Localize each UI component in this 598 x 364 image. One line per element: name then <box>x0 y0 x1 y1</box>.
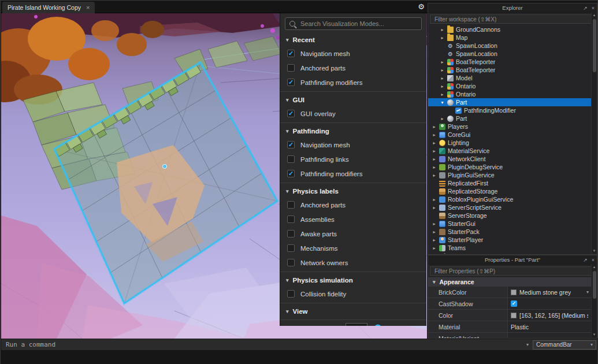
scroll-thumb[interactable] <box>593 19 596 72</box>
appearance-section-header[interactable]: ▾ Appearance <box>428 277 597 287</box>
settings-gear-icon[interactable]: ⚙ <box>416 2 426 12</box>
scroll-up-icon[interactable]: ▲ <box>593 12 596 18</box>
chevron-right-icon[interactable]: ▸ <box>432 157 437 162</box>
tree-item-lighting[interactable]: ▸Lighting <box>428 139 591 147</box>
slider-knob[interactable] <box>374 325 382 326</box>
chevron-down-icon[interactable]: ▾ <box>522 342 533 347</box>
tree-item-networkclient[interactable]: ▸NetworkClient <box>428 155 591 163</box>
checkbox[interactable] <box>287 201 295 209</box>
explorer-filter-box[interactable] <box>430 14 595 24</box>
checkbox[interactable] <box>287 290 295 298</box>
tree-item-plugindebugservice[interactable]: ▸PluginDebugService <box>428 163 591 171</box>
scroll-down-icon[interactable]: ▼ <box>593 332 596 337</box>
tree-item-spawnlocation[interactable]: ⚙SpawnLocation <box>428 42 591 50</box>
scroll-thumb[interactable] <box>593 271 596 299</box>
scroll-down-icon[interactable]: ▼ <box>593 248 596 254</box>
tree-item-startergui[interactable]: ▸StarterGui <box>428 220 591 228</box>
tree-item-robloxpluginguiservice[interactable]: ▸RobloxPluginGuiService <box>428 195 591 203</box>
checkbox[interactable]: ✓ <box>287 141 295 148</box>
section-header-view[interactable]: ▾View <box>280 305 426 318</box>
viz-item-network-owners[interactable]: Network owners <box>280 255 426 270</box>
tree-item-part[interactable]: ▸Part <box>428 114 591 122</box>
checkbox[interactable] <box>287 244 295 252</box>
checkbox[interactable]: ✓ <box>287 50 295 57</box>
chevron-down-icon[interactable]: ▾ <box>586 289 589 295</box>
property-value[interactable]: ✓ <box>508 298 591 309</box>
viz-item-pathfinding-links[interactable]: Pathfinding links <box>280 152 426 166</box>
tree-item-groundcannons[interactable]: ▸GroundCannons <box>428 25 591 34</box>
viz-item-collision-fidelity[interactable]: Collision fidelity <box>280 287 426 301</box>
property-value[interactable]: Medium stone grey▾ <box>508 287 591 298</box>
tree-item-ontario[interactable]: ▸Ontario <box>428 90 591 98</box>
section-header-physics-simulation[interactable]: ▾Physics simulation <box>280 274 426 287</box>
chevron-right-icon[interactable]: ▸ <box>440 84 445 89</box>
command-input[interactable] <box>1 341 522 348</box>
tab-close-icon[interactable]: × <box>86 5 90 11</box>
tree-item-materialservice[interactable]: ▸MaterialService <box>428 147 591 155</box>
chevron-right-icon[interactable]: ▸ <box>440 68 445 73</box>
tree-item-starterpack[interactable]: ▸StarterPack <box>428 228 591 236</box>
close-icon[interactable]: × <box>592 257 595 263</box>
properties-filter-input[interactable] <box>433 268 592 275</box>
explorer-scrollbar[interactable]: ▲ ▼ <box>591 12 597 254</box>
scroll-up-icon[interactable]: ▲ <box>593 264 596 270</box>
chevron-right-icon[interactable]: ▸ <box>432 197 437 202</box>
close-icon[interactable]: × <box>592 5 595 11</box>
property-value[interactable]: [163, 162, 165] (Medium st... <box>508 310 591 321</box>
viz-item-navigation-mesh[interactable]: ✓Navigation mesh <box>280 138 426 152</box>
chevron-right-icon[interactable]: ▸ <box>440 60 445 65</box>
viz-item-awake-parts[interactable]: Awake parts <box>280 226 426 241</box>
visualization-search-box[interactable] <box>285 17 422 30</box>
section-header-recent[interactable]: ▾Recent <box>280 34 426 46</box>
chevron-right-icon[interactable]: ▸ <box>432 205 437 210</box>
popout-icon[interactable]: ↗ <box>583 5 588 11</box>
property-value[interactable]: Plastic <box>508 321 591 332</box>
section-header-pathfinding[interactable]: ▾Pathfinding <box>280 125 426 138</box>
tree-item-pathfindingmodifier[interactable]: PathfindingModifier <box>428 106 591 114</box>
tree-item-ontario[interactable]: ▸Ontario <box>428 82 591 90</box>
chevron-right-icon[interactable]: ▸ <box>440 27 445 32</box>
chevron-right-icon[interactable]: ▸ <box>432 229 437 235</box>
chevron-right-icon[interactable]: ▸ <box>432 124 437 129</box>
checkbox[interactable] <box>287 155 295 163</box>
tree-item-teams[interactable]: ▸Teams <box>428 244 591 252</box>
viz-item-anchored-parts[interactable]: Anchored parts <box>280 198 426 212</box>
checkbox[interactable] <box>287 259 295 266</box>
tree-item-players[interactable]: ▸Players <box>428 122 591 131</box>
chevron-right-icon[interactable]: ▸ <box>432 173 437 178</box>
chevron-right-icon[interactable]: ▸ <box>432 132 437 138</box>
tree-item-model[interactable]: ▸Model <box>428 74 591 82</box>
camera-speed-value[interactable] <box>346 323 367 326</box>
viz-item-anchored-parts[interactable]: Anchored parts <box>280 61 426 75</box>
properties-filter-box[interactable] <box>430 266 595 276</box>
tree-item-replicatedstorage[interactable]: ReplicatedStorage <box>428 187 591 195</box>
chevron-right-icon[interactable]: ▸ <box>432 221 437 226</box>
explorer-filter-input[interactable] <box>433 16 592 23</box>
tree-item-soundservice[interactable]: SoundService <box>428 252 591 254</box>
tree-item-starterplayer[interactable]: ▸StarterPlayer <box>428 236 591 244</box>
tree-item-boatteleporter[interactable]: ▸BoatTeleporter <box>428 66 591 74</box>
viz-item-pathfinding-modifiers[interactable]: ✓Pathfinding modifiers <box>280 166 426 181</box>
chevron-right-icon[interactable]: ▸ <box>440 92 445 97</box>
checkbox[interactable]: ✓ <box>287 170 295 177</box>
checkbox[interactable] <box>287 230 295 237</box>
chevron-right-icon[interactable]: ▸ <box>440 35 445 40</box>
section-header-physics-labels[interactable]: ▾Physics labels <box>280 185 426 198</box>
chevron-right-icon[interactable]: ▸ <box>440 116 445 121</box>
chevron-right-icon[interactable]: ▸ <box>432 140 437 146</box>
tree-item-map[interactable]: ▸Map <box>428 34 591 42</box>
search-input[interactable] <box>299 20 417 28</box>
popout-icon[interactable]: ↗ <box>583 257 588 263</box>
section-header-gui[interactable]: ▾GUI <box>280 94 426 106</box>
checkbox[interactable]: ✓ <box>287 79 295 86</box>
checkbox[interactable]: ✓ <box>511 300 517 307</box>
checkbox[interactable] <box>287 64 295 72</box>
property-value[interactable] <box>508 333 591 339</box>
viz-item-pathfinding-modifiers[interactable]: ✓Pathfinding modifiers <box>280 75 426 90</box>
checkbox[interactable] <box>287 216 295 223</box>
chevron-right-icon[interactable]: ▸ <box>440 76 445 81</box>
chevron-right-icon[interactable]: ▸ <box>432 246 437 251</box>
viz-item-gui-overlay[interactable]: ✓GUI overlay <box>280 106 426 121</box>
tree-item-spawnlocation[interactable]: ⚙SpawnLocation <box>428 50 591 58</box>
tree-item-serverscriptservice[interactable]: ▸ServerScriptService <box>428 203 591 211</box>
